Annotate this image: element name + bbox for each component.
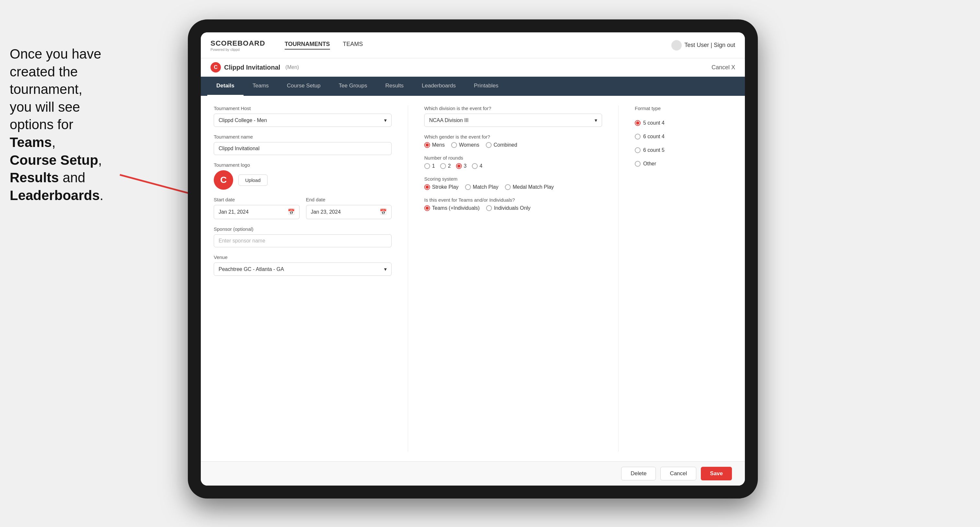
format-6count4[interactable]: 6 count 4 — [635, 132, 732, 141]
nav-left: SCOREBOARD Powered by clippd TOURNAMENTS… — [210, 39, 363, 51]
scoring-stroke[interactable]: Stroke Play — [424, 184, 458, 190]
bottom-bar: Delete Cancel Save — [201, 461, 745, 486]
column-left: Tournament Host Clippd College - Men ▾ T… — [214, 106, 391, 452]
format-other[interactable]: Other — [635, 160, 732, 168]
radio-individuals-only[interactable] — [486, 205, 492, 211]
dates-row: Start date Jan 21, 2024 📅 End date Jan 2… — [214, 197, 391, 219]
tab-printables[interactable]: Printables — [465, 77, 508, 96]
delete-button[interactable]: Delete — [621, 467, 656, 480]
tablet-screen: SCOREBOARD Powered by clippd TOURNAMENTS… — [201, 32, 745, 486]
teams-plus-individuals[interactable]: Teams (+Individuals) — [424, 205, 480, 211]
venue-input[interactable]: Peachtree GC - Atlanta - GA ▾ — [214, 262, 391, 276]
calendar-icon-start: 📅 — [288, 208, 295, 216]
column-right: Which division is the event for? NCAA Di… — [424, 106, 602, 452]
scoring-match[interactable]: Match Play — [465, 184, 498, 190]
format-5count4[interactable]: 5 count 4 — [635, 119, 732, 127]
radio-round-1[interactable] — [424, 163, 430, 169]
radio-5count4[interactable] — [635, 120, 641, 126]
cancel-button[interactable]: Cancel — [660, 467, 696, 480]
radio-other[interactable] — [635, 161, 641, 167]
individuals-only-label: Individuals Only — [494, 205, 530, 211]
radio-6count5[interactable] — [635, 147, 641, 153]
user-avatar — [671, 40, 682, 51]
instruction-text: Once you have created the tournament, yo… — [0, 39, 162, 211]
sponsor-group: Sponsor (optional) — [214, 226, 391, 247]
save-button[interactable]: Save — [701, 467, 732, 480]
rounds-3[interactable]: 3 — [456, 163, 467, 169]
tab-leaderboards[interactable]: Leaderboards — [413, 77, 465, 96]
upload-button[interactable]: Upload — [239, 175, 267, 186]
radio-stroke-play[interactable] — [424, 184, 430, 190]
logo-upload-area: C Upload — [214, 170, 391, 190]
nav-teams[interactable]: TEAMS — [343, 41, 363, 49]
tournament-name-input[interactable] — [214, 142, 391, 155]
teams-label: Is this event for Teams and/or Individua… — [424, 197, 602, 203]
start-date-group: Start date Jan 21, 2024 📅 — [214, 197, 299, 219]
tab-results[interactable]: Results — [376, 77, 413, 96]
stroke-play-label: Stroke Play — [432, 184, 458, 190]
sponsor-field[interactable] — [219, 238, 387, 244]
user-sign-out[interactable]: Test User | Sign out — [684, 42, 735, 49]
radio-round-4[interactable] — [472, 163, 478, 169]
column-divider-2 — [618, 106, 619, 452]
rounds-1[interactable]: 1 — [424, 163, 435, 169]
teams-group: Is this event for Teams and/or Individua… — [424, 197, 602, 211]
format-6count5[interactable]: 6 count 5 — [635, 146, 732, 154]
radio-womens[interactable] — [451, 142, 457, 148]
breadcrumb-title: Clippd Invitational — [224, 64, 280, 71]
end-date-input[interactable]: Jan 23, 2024 📅 — [306, 205, 392, 219]
gender-group: Which gender is the event for? Mens Wome… — [424, 134, 602, 148]
tab-tee-groups[interactable]: Tee Groups — [330, 77, 376, 96]
gender-mens[interactable]: Mens — [424, 142, 445, 148]
tournament-name-field[interactable] — [219, 146, 387, 151]
format-label: Format type — [635, 106, 732, 111]
cancel-link[interactable]: Cancel X — [711, 64, 735, 71]
gender-womens[interactable]: Womens — [451, 142, 479, 148]
round-1-label: 1 — [432, 163, 435, 169]
division-input[interactable]: NCAA Division III ▾ — [424, 114, 602, 127]
rounds-2[interactable]: 2 — [440, 163, 451, 169]
scoring-radio-group: Stroke Play Match Play Medal Match Play — [424, 184, 602, 190]
nav-links: TOURNAMENTS TEAMS — [285, 41, 363, 49]
sponsor-label: Sponsor (optional) — [214, 226, 391, 232]
rounds-group: Number of rounds 1 2 3 — [424, 155, 602, 169]
main-content: Tournament Host Clippd College - Men ▾ T… — [201, 96, 745, 461]
column-divider — [408, 106, 408, 452]
gender-combined-label: Combined — [493, 142, 517, 148]
individuals-only[interactable]: Individuals Only — [486, 205, 530, 211]
radio-teams-individuals[interactable] — [424, 205, 430, 211]
breadcrumb-icon: C — [210, 62, 221, 73]
tab-course-setup[interactable]: Course Setup — [278, 77, 330, 96]
format-6count5-label: 6 count 5 — [643, 147, 665, 153]
rounds-radio-group: 1 2 3 4 — [424, 163, 602, 169]
rounds-4[interactable]: 4 — [472, 163, 482, 169]
radio-match-play[interactable] — [465, 184, 471, 190]
radio-combined[interactable] — [486, 142, 492, 148]
calendar-icon-end: 📅 — [380, 208, 387, 216]
tournament-logo-group: Tournament logo C Upload — [214, 162, 391, 190]
tab-details[interactable]: Details — [207, 77, 243, 96]
radio-round-2[interactable] — [440, 163, 446, 169]
radio-6count4[interactable] — [635, 134, 641, 140]
tournament-host-input[interactable]: Clippd College - Men ▾ — [214, 114, 391, 127]
start-date-input[interactable]: Jan 21, 2024 📅 — [214, 205, 299, 219]
gender-womens-label: Womens — [459, 142, 479, 148]
tab-teams[interactable]: Teams — [243, 77, 278, 96]
radio-mens[interactable] — [424, 142, 430, 148]
radio-medal-match-play[interactable] — [505, 184, 511, 190]
sponsor-input[interactable] — [214, 234, 391, 247]
division-group: Which division is the event for? NCAA Di… — [424, 106, 602, 127]
dropdown-icon: ▾ — [384, 117, 387, 123]
format-6count4-label: 6 count 4 — [643, 134, 665, 140]
rounds-label: Number of rounds — [424, 155, 602, 160]
scoring-medal-match[interactable]: Medal Match Play — [505, 184, 554, 190]
logo-text: SCOREBOARD — [210, 39, 265, 48]
breadcrumb-bar: C Clippd Invitational (Men) Cancel X — [201, 58, 745, 77]
nav-tournaments[interactable]: TOURNAMENTS — [285, 41, 330, 49]
format-other-label: Other — [643, 161, 656, 167]
radio-round-3[interactable] — [456, 163, 462, 169]
tournament-host-label: Tournament Host — [214, 106, 391, 111]
top-navigation: SCOREBOARD Powered by clippd TOURNAMENTS… — [201, 32, 745, 58]
gender-combined[interactable]: Combined — [486, 142, 517, 148]
start-date-label: Start date — [214, 197, 299, 202]
